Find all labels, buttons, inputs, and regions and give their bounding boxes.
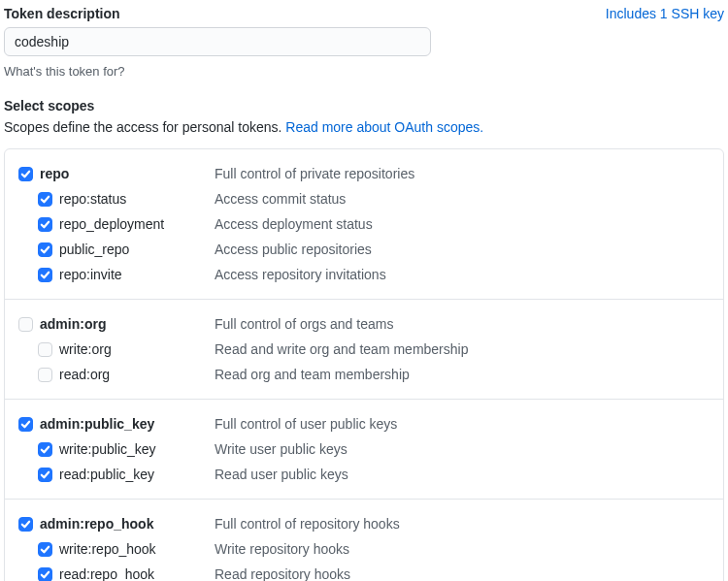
scope-name: repo_deployment xyxy=(59,216,164,232)
scope-desc: Access commit status xyxy=(215,191,346,207)
scope-name: read:repo_hook xyxy=(59,566,154,581)
scope-row-child: public_repoAccess public repositories xyxy=(18,237,710,262)
scope-name: admin:repo_hook xyxy=(40,516,153,532)
scope-checkbox-repo-invite[interactable] xyxy=(38,268,52,282)
scope-desc: Read and write org and team membership xyxy=(215,341,468,357)
scope-checkbox-write-public-key[interactable] xyxy=(38,442,52,457)
scope-name: repo:status xyxy=(59,191,126,207)
scope-checkbox-repo-status[interactable] xyxy=(38,192,52,207)
scope-group: admin:orgFull control of orgs and teamsw… xyxy=(5,299,723,399)
scope-name: write:repo_hook xyxy=(59,541,156,557)
scope-row-child: read:orgRead org and team membership xyxy=(18,362,710,387)
scope-name: write:public_key xyxy=(59,441,156,457)
scope-name: repo:invite xyxy=(59,267,122,282)
scope-desc: Full control of repository hooks xyxy=(215,516,400,532)
scope-checkbox-write-org[interactable] xyxy=(38,342,52,357)
scope-row-child: repo:inviteAccess repository invitations xyxy=(18,262,710,287)
scope-checkbox-admin-repo-hook[interactable] xyxy=(18,517,33,532)
scope-desc: Read user public keys xyxy=(215,467,348,482)
scopes-container: repoFull control of private repositories… xyxy=(4,148,724,581)
scope-row-child: write:repo_hookWrite repository hooks xyxy=(18,536,710,562)
scope-desc: Full control of private repositories xyxy=(215,166,414,181)
scope-name: public_repo xyxy=(59,242,129,257)
scope-name: admin:org xyxy=(40,316,106,332)
scope-desc: Read repository hooks xyxy=(215,566,350,581)
scope-group: repoFull control of private repositories… xyxy=(5,149,723,299)
scope-name: admin:public_key xyxy=(40,416,154,432)
token-description-input[interactable] xyxy=(4,27,431,56)
scope-row-child: read:public_keyRead user public keys xyxy=(18,462,710,487)
scope-desc: Full control of orgs and teams xyxy=(215,316,393,332)
scope-name: read:public_key xyxy=(59,467,154,482)
scope-checkbox-read-public-key[interactable] xyxy=(38,468,52,482)
scope-checkbox-read-repo-hook[interactable] xyxy=(38,567,52,582)
scope-desc: Write user public keys xyxy=(215,441,347,457)
scope-row-child: repo_deploymentAccess deployment status xyxy=(18,211,710,237)
scope-desc: Access deployment status xyxy=(215,216,373,232)
scope-checkbox-public-repo[interactable] xyxy=(38,242,52,257)
scope-group: admin:public_keyFull control of user pub… xyxy=(5,399,723,499)
scope-desc: Access repository invitations xyxy=(215,267,386,282)
scope-row-child: write:orgRead and write org and team mem… xyxy=(18,337,710,362)
scope-row-parent: admin:orgFull control of orgs and teams xyxy=(18,311,710,337)
scope-row-parent: admin:public_keyFull control of user pub… xyxy=(18,411,710,436)
scope-checkbox-repo[interactable] xyxy=(18,167,33,181)
scope-row-child: read:repo_hookRead repository hooks xyxy=(18,562,710,581)
scope-name: repo xyxy=(40,166,69,181)
scope-desc: Full control of user public keys xyxy=(215,416,397,432)
scopes-description: Scopes define the access for personal to… xyxy=(4,119,724,135)
scope-checkbox-read-org[interactable] xyxy=(38,368,52,382)
scope-name: write:org xyxy=(59,341,112,357)
scope-checkbox-write-repo-hook[interactable] xyxy=(38,542,52,557)
ssh-key-link[interactable]: Includes 1 SSH key xyxy=(606,6,724,21)
scope-group: admin:repo_hookFull control of repositor… xyxy=(5,499,723,581)
scope-checkbox-repo-deployment[interactable] xyxy=(38,217,52,232)
oauth-scopes-link[interactable]: Read more about OAuth scopes. xyxy=(285,119,483,135)
token-description-label: Token description xyxy=(4,6,431,21)
scope-desc: Write repository hooks xyxy=(215,541,349,557)
scope-row-child: write:public_keyWrite user public keys xyxy=(18,436,710,462)
scope-row-parent: admin:repo_hookFull control of repositor… xyxy=(18,511,710,536)
scope-desc: Read org and team membership xyxy=(215,367,410,382)
scope-row-child: repo:statusAccess commit status xyxy=(18,186,710,211)
token-help-text: What's this token for? xyxy=(4,64,431,79)
scope-name: read:org xyxy=(59,367,110,382)
scopes-desc-prefix: Scopes define the access for personal to… xyxy=(4,119,285,135)
scope-checkbox-admin-public-key[interactable] xyxy=(18,417,33,432)
select-scopes-heading: Select scopes xyxy=(4,98,724,113)
scope-checkbox-admin-org[interactable] xyxy=(18,317,33,332)
scope-desc: Access public repositories xyxy=(215,242,372,257)
scope-row-parent: repoFull control of private repositories xyxy=(18,161,710,186)
